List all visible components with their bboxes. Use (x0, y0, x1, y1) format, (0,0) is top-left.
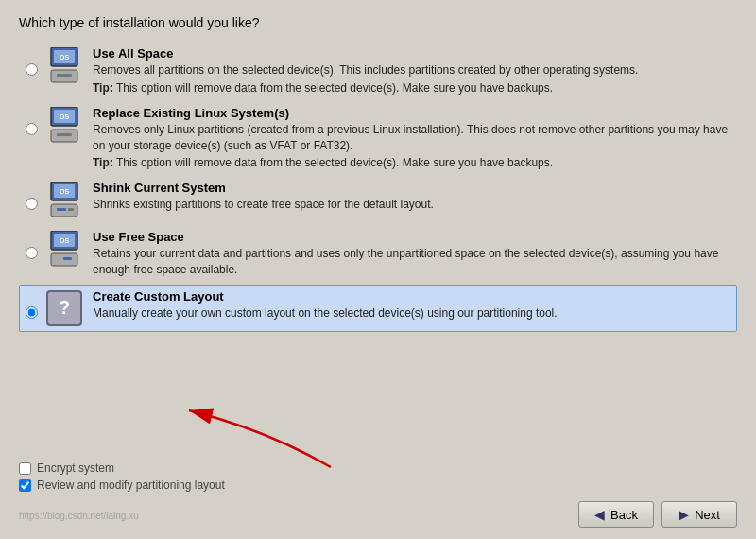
radio-shrink-current[interactable] (26, 198, 38, 210)
review-partitioning-label[interactable]: Review and modify partitioning layout (37, 478, 225, 492)
option-3-desc: Shrinks existing partitions to create fr… (93, 197, 730, 213)
checkboxes-area: Encrypt system Review and modify partiti… (19, 461, 737, 492)
svg-rect-4 (57, 74, 72, 77)
next-icon: ▶ (679, 507, 689, 522)
watermark-container: https://blog.csdn.net/laing.xu (19, 508, 571, 522)
back-icon: ◀ (594, 507, 605, 522)
os-icon-1: OS (45, 46, 83, 84)
option-shrink-current[interactable]: OS Shrink Current System Shrinks existin… (19, 176, 737, 223)
next-label: Next (695, 508, 720, 522)
svg-rect-9 (57, 133, 72, 136)
option-3-content: Shrink Current System Shrinks existing p… (93, 181, 730, 213)
option-1-desc: Removes all partitions on the selected d… (93, 62, 730, 78)
option-2-content: Replace Existing Linux System(s) Removes… (93, 106, 730, 170)
encrypt-system-label[interactable]: Encrypt system (37, 461, 114, 475)
radio-use-free-space[interactable] (26, 247, 38, 259)
option-use-all-space[interactable]: OS Use All Space Removes all partitions … (19, 42, 737, 99)
option-2-tip: Tip: This option will remove data from t… (93, 156, 730, 169)
option-create-custom[interactable]: ? Create Custom Layout Manually create y… (19, 285, 737, 332)
encrypt-system-checkbox[interactable] (19, 462, 31, 475)
option-3-title: Shrink Current System (93, 181, 730, 195)
radio-replace-existing[interactable] (26, 123, 38, 135)
review-partitioning-checkbox[interactable] (19, 479, 31, 492)
option-1-tip: Tip: This option will remove data from t… (93, 81, 730, 95)
option-replace-existing[interactable]: OS Replace Existing Linux System(s) Remo… (19, 101, 737, 175)
next-button[interactable]: ▶ Next (662, 501, 737, 528)
option-1-content: Use All Space Removes all partitions on … (93, 46, 730, 95)
question-icon: ? (45, 289, 83, 327)
radio-create-custom[interactable] (26, 306, 38, 319)
option-5-title: Create Custom Layout (93, 289, 730, 304)
options-list: OS Use All Space Removes all partitions … (19, 42, 737, 448)
svg-text:OS: OS (60, 188, 69, 195)
option-5-content: Create Custom Layout Manually create you… (93, 289, 730, 322)
option-2-desc: Removes only Linux partitions (created f… (93, 122, 730, 154)
page-title: Which type of installation would you lik… (19, 15, 737, 30)
svg-rect-20 (63, 257, 72, 260)
svg-rect-15 (68, 208, 74, 211)
svg-text:OS: OS (60, 113, 69, 120)
svg-text:OS: OS (60, 54, 69, 61)
installation-dialog: Which type of installation would you lik… (0, 0, 756, 539)
svg-text:OS: OS (60, 237, 69, 244)
review-partitioning-row: Review and modify partitioning layout (19, 478, 737, 492)
os-icon-2: OS (45, 106, 83, 144)
option-4-desc: Retains your current data and partitions… (93, 246, 730, 278)
encrypt-system-row: Encrypt system (19, 461, 737, 475)
option-4-content: Use Free Space Retains your current data… (93, 230, 730, 278)
os-icon-4: OS (45, 230, 83, 268)
option-use-free-space[interactable]: OS Use Free Space Retains your current d… (19, 225, 737, 283)
back-button[interactable]: ◀ Back (578, 501, 654, 528)
option-5-desc: Manually create your own custom layout o… (93, 305, 730, 322)
option-2-title: Replace Existing Linux System(s) (93, 106, 730, 120)
svg-rect-14 (57, 208, 66, 211)
back-label: Back (610, 508, 638, 522)
option-4-title: Use Free Space (93, 230, 730, 244)
watermark: https://blog.csdn.net/laing.xu (19, 511, 139, 521)
radio-use-all-space[interactable] (26, 63, 38, 76)
bottom-bar: https://blog.csdn.net/laing.xu ◀ Back ▶ … (19, 501, 737, 528)
os-icon-3: OS (45, 181, 83, 218)
option-1-title: Use All Space (93, 46, 730, 61)
